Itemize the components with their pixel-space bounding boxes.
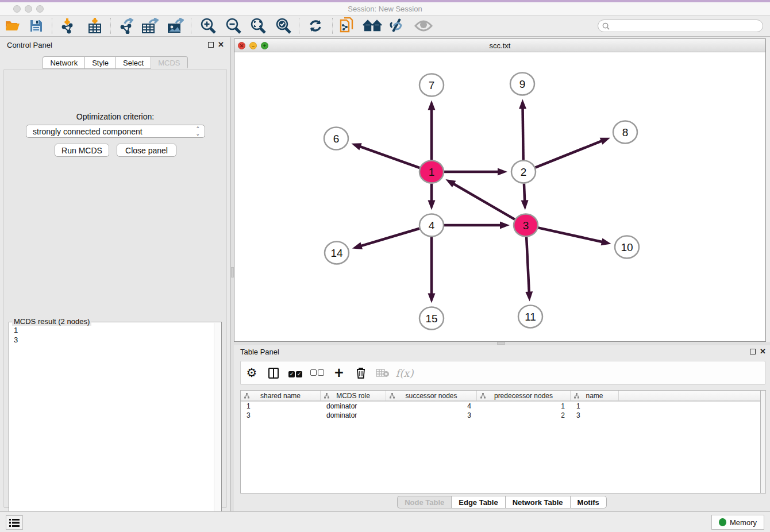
add-column-button[interactable]: +	[328, 367, 350, 379]
import-table-icon	[87, 18, 102, 34]
float-panel-icon[interactable]	[208, 42, 214, 48]
arrowhead-3-1	[445, 179, 456, 187]
network-graph: 7968124314101511	[234, 52, 765, 341]
home-button[interactable]	[363, 17, 382, 34]
control-panel: Control Panel ✕ NetworkStyleSelectMCDS O…	[0, 37, 230, 511]
cell[interactable]: 1	[477, 402, 571, 411]
export-table-button[interactable]	[140, 17, 160, 34]
memory-button[interactable]: Memory	[711, 515, 764, 530]
node-label-8: 8	[622, 126, 629, 138]
table-row[interactable]: 1dominator411	[241, 402, 760, 411]
export-network-button[interactable]	[116, 17, 136, 34]
table-header-row: shared nameMCDS rolesuccessor nodesprede…	[241, 391, 760, 402]
search-field[interactable]	[598, 20, 763, 32]
result-scrollbar[interactable]	[214, 323, 221, 532]
checked-boxes-icon: ✓✓	[288, 368, 303, 378]
task-list-icon	[9, 519, 20, 527]
tab-style[interactable]: Style	[84, 56, 116, 69]
tab-motifs[interactable]: Motifs	[570, 496, 607, 508]
memory-label: Memory	[730, 518, 757, 527]
save-session-button[interactable]	[26, 17, 46, 34]
table-scrollbar[interactable]	[761, 390, 766, 494]
edge-2-8[interactable]	[535, 141, 602, 168]
refresh-view-button[interactable]	[306, 17, 325, 34]
tab-network-table[interactable]: Network Table	[505, 496, 570, 508]
fx-icon: f(x)	[396, 367, 414, 379]
show-eye-button[interactable]	[414, 17, 433, 34]
delete-column-button[interactable]	[350, 367, 372, 379]
zoom-in-icon	[200, 18, 216, 34]
export-table-icon	[141, 18, 159, 34]
main-toolbar	[0, 16, 770, 37]
node-label-9: 9	[519, 78, 526, 90]
arrowhead-4-15	[428, 294, 436, 303]
cell[interactable]: dominator	[321, 402, 386, 411]
zoom-selected-button[interactable]	[274, 17, 293, 34]
delete-table-button[interactable]	[372, 368, 394, 377]
edge-1-6[interactable]	[359, 146, 420, 168]
tab-node-table[interactable]: Node Table	[397, 496, 451, 508]
edge-4-14[interactable]	[360, 229, 419, 246]
run-mcds-button[interactable]: Run MCDS	[55, 144, 109, 157]
cell[interactable]: 1	[571, 402, 619, 411]
arrowhead-2-3	[521, 200, 529, 210]
show-columns-button[interactable]	[263, 368, 284, 379]
arrowhead-1-2	[498, 168, 507, 176]
import-table-button[interactable]	[85, 17, 105, 34]
mac-titlebar: Session: New Session	[0, 2, 770, 16]
edge-3-10[interactable]	[538, 228, 603, 242]
network-window-titlebar: ✕ – + scc.txt	[234, 39, 765, 52]
arrowhead-3-11	[525, 291, 533, 301]
tab-mcds[interactable]: MCDS	[151, 56, 187, 69]
edge-3-1[interactable]	[453, 183, 515, 219]
new-network-from-selection-button[interactable]	[337, 17, 357, 34]
import-network-button[interactable]	[57, 17, 77, 34]
network-view-window: ✕ – + scc.txt 7968124314101511	[234, 38, 766, 342]
close-table-panel-icon[interactable]: ✕	[760, 347, 766, 356]
close-panel-button[interactable]: Close panel	[117, 144, 176, 157]
column-header-MCDS-role[interactable]: MCDS role	[321, 391, 386, 400]
edge-2-9[interactable]	[523, 107, 523, 160]
column-header-successor-nodes[interactable]: successor nodes	[386, 391, 477, 400]
cell[interactable]: dominator	[321, 411, 386, 420]
cell[interactable]: 3	[386, 411, 477, 420]
mcds-result-box: MCDS result (2 nodes) 1 3	[9, 322, 222, 532]
mcds-tab-content: Optimization criterion: strongly connect…	[3, 69, 227, 508]
function-builder-button[interactable]: f(x)	[394, 367, 415, 379]
edge-3-11[interactable]	[526, 237, 529, 293]
table-row[interactable]: 3dominator323	[241, 411, 760, 420]
close-panel-icon[interactable]: ✕	[218, 40, 224, 49]
zoom-out-button[interactable]	[224, 17, 243, 34]
table-settings-button[interactable]: ⚙	[241, 366, 263, 380]
network-canvas[interactable]: 7968124314101511	[234, 52, 765, 341]
gear-icon: ⚙	[247, 366, 257, 380]
cell[interactable]: 1	[241, 402, 321, 411]
table-panel: Table Panel ✕ ⚙ ✓✓ + f(x) shared nameMCD…	[234, 345, 770, 511]
deselect-all-columns-button[interactable]	[306, 368, 328, 378]
export-image-button[interactable]	[165, 17, 185, 34]
cell[interactable]: 3	[571, 411, 619, 420]
zoom-fit-button[interactable]	[248, 17, 268, 34]
tab-select[interactable]: Select	[116, 56, 151, 69]
cell[interactable]: 4	[386, 402, 477, 411]
select-all-columns-button[interactable]: ✓✓	[284, 368, 306, 378]
column-header-shared-name[interactable]: shared name	[241, 391, 321, 400]
cell[interactable]: 2	[477, 411, 571, 420]
zoom-in-button[interactable]	[198, 17, 218, 34]
criterion-select[interactable]: strongly connected component ⌃⌄	[26, 125, 205, 138]
column-header-name[interactable]: name	[571, 391, 619, 400]
edge-2-3[interactable]	[524, 183, 525, 202]
tab-edge-table[interactable]: Edge Table	[451, 496, 505, 508]
column-header-predecessor-nodes[interactable]: predecessor nodes	[477, 391, 571, 400]
tab-network[interactable]: Network	[43, 56, 84, 69]
hide-style-button[interactable]	[387, 17, 407, 34]
node-table[interactable]: shared nameMCDS rolesuccessor nodesprede…	[240, 390, 761, 494]
node-label-1: 1	[429, 166, 435, 178]
open-session-button[interactable]	[3, 17, 22, 34]
float-table-panel-icon[interactable]	[750, 349, 756, 354]
task-history-button[interactable]	[6, 515, 23, 530]
search-input[interactable]	[612, 22, 763, 30]
control-panel-title: Control Panel	[7, 41, 52, 49]
cell[interactable]: 3	[241, 411, 321, 420]
arrowhead-1-6	[351, 143, 361, 150]
